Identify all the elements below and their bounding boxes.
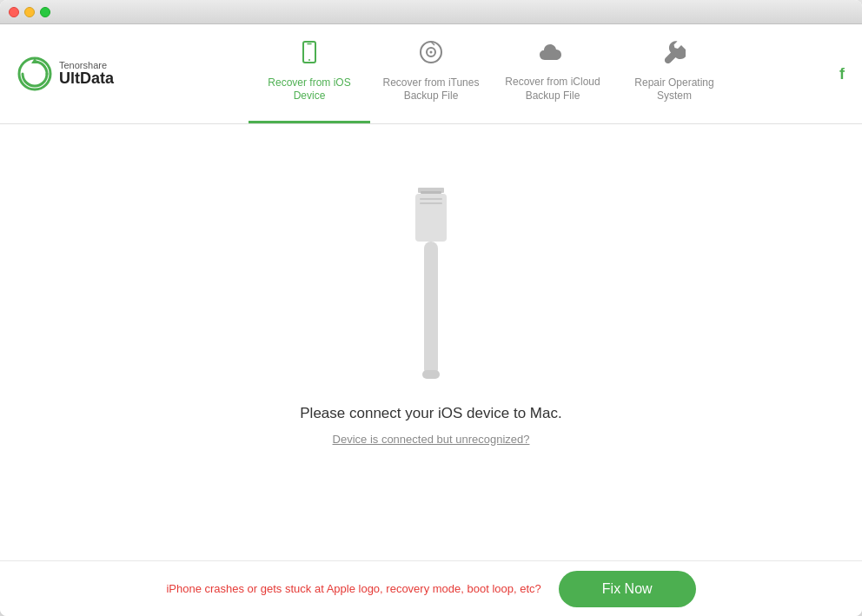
tab-repair-label: Repair OperatingSystem [634,76,713,103]
minimize-button[interactable] [24,7,35,17]
svg-point-4 [308,59,310,61]
main-content: Please connect your iOS device to Mac. D… [0,124,862,560]
traffic-lights [9,7,50,17]
tab-itunes-backup[interactable]: Recover from iTunesBackup File [370,24,492,123]
app-window: Tenorshare UltData Recover from iOSDevic… [0,0,862,616]
svg-rect-14 [424,242,438,376]
header: Tenorshare UltData Recover from iOSDevic… [0,24,862,124]
tab-itunes-label: Recover from iTunesBackup File [383,76,480,103]
tab-ios-device-label: Recover from iOSDevice [268,76,350,103]
tab-ios-device[interactable]: Recover from iOSDevice [249,24,370,123]
tab-icloud-label: Recover from iCloudBackup File [505,76,600,103]
icloud-icon [540,42,566,71]
connect-message: Please connect your iOS device to Mac. [300,405,561,422]
tab-icloud-backup[interactable]: Recover from iCloudBackup File [492,24,613,123]
itunes-icon [420,41,442,71]
svg-rect-12 [420,198,442,200]
warning-message: iPhone crashes or gets stuck at Apple lo… [166,582,540,595]
facebook-icon[interactable]: f [839,65,845,83]
logo-icon [17,56,52,91]
nav-tabs: Recover from iOSDevice Recover from iTun… [139,24,845,123]
svg-rect-11 [415,194,447,242]
maximize-button[interactable] [40,7,50,17]
titlebar [0,0,862,24]
lightning-cable-svg [396,188,466,379]
svg-rect-10 [421,191,441,194]
svg-rect-13 [420,202,442,204]
bottom-bar: iPhone crashes or gets stuck at Apple lo… [0,560,862,616]
unrecognized-link[interactable]: Device is connected but unrecognized? [333,433,530,446]
tab-repair-os[interactable]: Repair OperatingSystem [613,24,735,123]
svg-rect-15 [422,370,440,379]
logo-area: Tenorshare UltData [17,56,139,91]
logo-text: Tenorshare UltData [59,60,114,88]
svg-point-7 [430,51,433,54]
ios-device-icon [298,41,321,71]
fix-now-button[interactable]: Fix Now [559,571,696,607]
logo-product: UltData [59,70,114,88]
repair-icon [663,41,686,71]
cable-illustration [396,188,466,379]
close-button[interactable] [9,7,19,17]
